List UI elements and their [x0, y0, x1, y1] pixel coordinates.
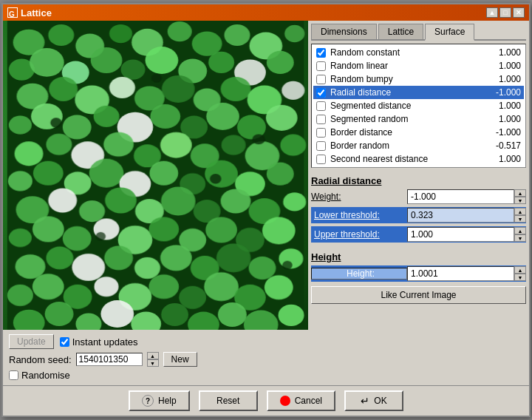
tab-lattice[interactable]: Lattice [378, 24, 423, 39]
list-item[interactable]: Random constant 1.000 [313, 46, 524, 59]
svg-point-30 [282, 81, 304, 100]
bottom-controls: Update Instant updates Random seed: ▲ ▼ … [3, 330, 308, 385]
svg-point-4 [109, 24, 132, 43]
svg-point-96 [149, 274, 179, 299]
svg-point-60 [267, 163, 294, 186]
svg-point-112 [151, 74, 162, 83]
random-constant-checkbox[interactable] [316, 48, 326, 58]
second-nearest-checkbox[interactable] [316, 155, 326, 164]
height-up-btn[interactable]: ▲ [514, 266, 526, 274]
ok-button[interactable]: ↵ OK [344, 390, 403, 411]
svg-point-51 [8, 171, 33, 191]
svg-point-70 [283, 192, 306, 211]
seed-input[interactable] [76, 353, 143, 366]
list-item[interactable]: Segmented random 1.000 [313, 112, 524, 126]
list-item[interactable]: Segmented distance 1.000 [313, 99, 524, 112]
svg-point-98 [204, 272, 239, 301]
minimize-button[interactable]: ▲ [486, 7, 498, 18]
border-random-checkbox[interactable] [316, 141, 326, 151]
like-current-button[interactable]: Like Current Image [311, 286, 526, 304]
svg-point-38 [206, 103, 239, 130]
weight-up-btn[interactable]: ▲ [514, 189, 526, 197]
cancel-button[interactable]: Cancel [267, 390, 335, 411]
app-icon: G [7, 7, 18, 18]
seed-up-button[interactable]: ▲ [147, 352, 159, 359]
svg-point-110 [278, 305, 304, 326]
list-item[interactable]: Border random -0.517 [313, 139, 524, 152]
svg-point-80 [262, 217, 296, 244]
svg-point-12 [30, 48, 64, 77]
list-item[interactable]: Border distance -1.000 [313, 126, 524, 139]
item-label: Radial distance [330, 87, 391, 98]
svg-point-62 [48, 188, 77, 212]
svg-point-10 [284, 25, 304, 42]
item-label: Segmented distance [330, 101, 411, 111]
svg-point-64 [105, 188, 137, 214]
svg-point-71 [9, 228, 32, 247]
weight-down-btn[interactable]: ▼ [514, 197, 526, 204]
svg-point-44 [103, 132, 134, 157]
height-input[interactable] [407, 266, 514, 281]
segmented-random-checkbox[interactable] [316, 115, 326, 124]
svg-point-41 [14, 141, 43, 166]
tab-dimensions[interactable]: Dimensions [311, 24, 377, 39]
item-value: 1.000 [499, 154, 521, 164]
right-panel: Dimensions Lattice Surface Random consta… [308, 21, 529, 385]
svg-point-83 [72, 254, 105, 281]
segmented-distance-checkbox[interactable] [316, 101, 326, 111]
svg-point-76 [149, 217, 179, 241]
upper-down-btn[interactable]: ▼ [514, 234, 526, 242]
upper-input[interactable] [407, 227, 514, 242]
item-label: Border random [330, 140, 389, 151]
tab-bar: Dimensions Lattice Surface [311, 24, 526, 41]
random-bumpy-checkbox[interactable] [316, 75, 326, 84]
tab-surface[interactable]: Surface [425, 24, 474, 41]
window-controls: ▲ □ ✕ [486, 7, 525, 18]
border-distance-checkbox[interactable] [316, 128, 326, 138]
svg-point-86 [160, 245, 192, 271]
close-button[interactable]: ✕ [513, 7, 525, 18]
svg-point-31 [9, 115, 32, 134]
lower-down-btn[interactable]: ▼ [514, 215, 526, 223]
list-item-selected[interactable]: Radial distance -1.000 [313, 86, 524, 99]
svg-point-58 [205, 160, 238, 188]
instant-updates-label[interactable]: Instant updates [60, 336, 138, 348]
svg-point-94 [94, 277, 118, 297]
height-section-title: Height [311, 251, 526, 262]
update-button[interactable]: Update [9, 334, 54, 349]
maximize-button[interactable]: □ [499, 7, 511, 18]
randomise-row: Randomise [9, 370, 302, 381]
lower-up-btn[interactable]: ▲ [514, 208, 526, 215]
help-label: Help [158, 396, 177, 406]
svg-point-16 [145, 47, 178, 74]
height-down-btn[interactable]: ▼ [514, 274, 526, 281]
random-linear-checkbox[interactable] [316, 61, 326, 71]
upper-up-btn[interactable]: ▲ [514, 227, 526, 234]
height-row: Height: ▲ ▼ [311, 265, 526, 282]
seed-down-button[interactable]: ▼ [147, 359, 159, 367]
radial-distance-section: Radial distance Weight: ▲ ▼ Lower thresh… [311, 172, 526, 245]
radial-distance-checkbox[interactable] [316, 88, 326, 98]
lower-input[interactable] [407, 208, 514, 223]
surface-checklist: Random constant 1.000 Random linear 1.00… [311, 44, 526, 168]
randomise-label[interactable]: Randomise [9, 370, 70, 381]
randomise-checkbox[interactable] [9, 370, 18, 380]
upper-spinner: ▲ ▼ [514, 227, 526, 242]
help-button[interactable]: ? Help [129, 390, 190, 411]
new-button[interactable]: New [163, 352, 197, 367]
list-item[interactable]: Random bumpy 1.000 [313, 72, 524, 86]
svg-point-2 [48, 24, 74, 46]
weight-input[interactable] [407, 189, 514, 204]
instant-updates-checkbox[interactable] [60, 337, 69, 347]
seed-label: Random seed: [9, 354, 72, 365]
svg-point-56 [149, 161, 178, 186]
svg-point-8 [224, 24, 250, 46]
list-item[interactable]: Random linear 1.000 [313, 59, 524, 72]
cancel-label: Cancel [295, 396, 322, 406]
svg-point-113 [252, 135, 265, 145]
list-item[interactable]: Second nearest distance 1.000 [313, 152, 524, 166]
reset-button[interactable]: Reset [199, 390, 258, 411]
svg-point-100 [265, 275, 293, 299]
svg-point-6 [168, 21, 192, 41]
svg-point-104 [100, 300, 134, 328]
